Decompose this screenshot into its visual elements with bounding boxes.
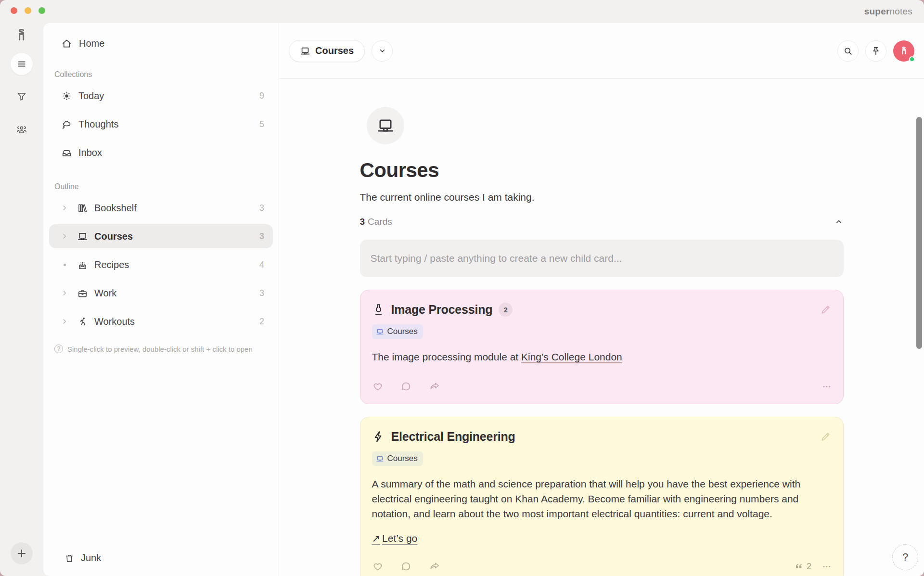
- work-count: 3: [259, 288, 264, 298]
- sidebar-item-thoughts[interactable]: Thoughts 5: [49, 112, 273, 136]
- tag-chip-courses[interactable]: Courses: [372, 324, 423, 339]
- workouts-label: Workouts: [94, 316, 135, 327]
- titlebar: supernotes: [0, 0, 924, 23]
- cards-count: 3: [360, 217, 365, 227]
- collapse-section-button[interactable]: [834, 217, 844, 227]
- plus-icon: [16, 548, 27, 559]
- today-count: 9: [259, 91, 264, 101]
- share-button[interactable]: [429, 381, 440, 392]
- rail-filter-button[interactable]: [11, 86, 33, 108]
- card-image-processing[interactable]: Image Processing 2 Courses The image pro…: [360, 290, 844, 404]
- recipes-count: 4: [259, 260, 264, 270]
- quotes-icon: [794, 562, 804, 572]
- edit-pencil-icon[interactable]: [820, 304, 832, 316]
- courses-count: 3: [259, 231, 264, 242]
- briefcase-icon: [77, 288, 88, 299]
- chevron-right-icon[interactable]: [61, 289, 68, 297]
- search-button[interactable]: [837, 40, 859, 62]
- more-options-button[interactable]: •••: [823, 563, 832, 569]
- thoughts-label: Thoughts: [78, 119, 118, 130]
- sidebar-item-recipes[interactable]: Recipes 4: [49, 253, 273, 277]
- hamburger-icon: [16, 58, 27, 70]
- page-description: The current online courses I am taking.: [360, 192, 844, 203]
- new-card-button[interactable]: [11, 542, 33, 564]
- app-window: supernotes Home Collections Today: [0, 0, 924, 576]
- backlinks-count-value: 2: [807, 562, 811, 572]
- window-controls: [11, 7, 45, 14]
- courses-label: Courses: [94, 231, 133, 242]
- pin-button[interactable]: [865, 40, 886, 62]
- cards-count-label: Cards: [368, 217, 392, 227]
- chevron-right-icon[interactable]: [61, 318, 68, 325]
- more-options-button[interactable]: •••: [823, 384, 832, 389]
- vertical-scrollbar[interactable]: [916, 117, 922, 349]
- laptop-icon: [376, 116, 395, 135]
- sidebar-item-today[interactable]: Today 9: [49, 84, 273, 108]
- card-children-badge[interactable]: 2: [499, 303, 513, 317]
- edit-pencil-icon[interactable]: [820, 431, 832, 443]
- lets-go-label: Let’s go: [382, 533, 417, 544]
- main-topbar: Courses: [279, 23, 924, 79]
- share-button[interactable]: [429, 561, 440, 572]
- inbox-label: Inbox: [78, 147, 102, 158]
- laptop-icon: [300, 46, 310, 56]
- microscope-icon: [372, 303, 385, 316]
- runner-icon: [77, 316, 88, 327]
- supernotes-logo-icon: [900, 46, 908, 56]
- close-window-button[interactable]: [11, 7, 17, 14]
- chevron-right-icon[interactable]: [61, 204, 68, 212]
- collections-section-title: Collections: [54, 70, 279, 79]
- tag-chip-courses[interactable]: Courses: [372, 451, 423, 466]
- outline-section-title: Outline: [54, 182, 279, 191]
- cards-count-row: 3 Cards: [360, 217, 844, 227]
- comment-button[interactable]: [400, 381, 412, 392]
- sidebar-item-junk[interactable]: Junk: [43, 552, 279, 576]
- new-child-card-input[interactable]: Start typing / paste anything to create …: [360, 240, 844, 277]
- like-button[interactable]: [372, 381, 384, 392]
- card-body-link[interactable]: King’s College London: [521, 351, 622, 362]
- sidebar-item-workouts[interactable]: Workouts 2: [49, 309, 273, 333]
- junk-label: Junk: [81, 552, 101, 563]
- external-arrow-icon: ↗: [372, 533, 381, 544]
- card-body: The image processing module at King’s Co…: [372, 349, 832, 364]
- search-icon: [843, 46, 853, 56]
- zoom-window-button[interactable]: [38, 7, 45, 14]
- sidebar-hint: ? Single-click to preview, double-click …: [54, 345, 279, 353]
- card-body-text: The image processing module at: [372, 351, 522, 362]
- help-button[interactable]: ?: [892, 544, 918, 570]
- collection-pill[interactable]: Courses: [289, 40, 365, 62]
- chevron-right-icon[interactable]: [61, 232, 68, 240]
- workouts-count: 2: [259, 317, 264, 327]
- card-electrical-engineering[interactable]: Electrical Engineering Courses A summary…: [360, 417, 844, 576]
- people-icon: [16, 124, 27, 135]
- comment-button[interactable]: [400, 561, 412, 572]
- lets-go-link[interactable]: ↗Let’s go: [372, 533, 418, 544]
- like-button[interactable]: [372, 561, 384, 572]
- thoughts-count: 5: [259, 119, 264, 129]
- supernotes-logo-icon: [15, 28, 28, 42]
- tag-chip-label: Courses: [387, 454, 418, 463]
- backlinks-count[interactable]: 2: [794, 562, 811, 572]
- sidebar-item-courses[interactable]: Courses 3: [49, 224, 273, 248]
- minimize-window-button[interactable]: [25, 7, 31, 14]
- laptop-icon: [77, 231, 88, 242]
- sidebar-item-work[interactable]: Work 3: [49, 281, 273, 305]
- card-link-row: ↗Let’s go: [372, 533, 832, 544]
- main-panel: Courses: [279, 23, 924, 576]
- today-label: Today: [78, 90, 104, 102]
- rail-menu-button[interactable]: [11, 53, 33, 75]
- collection-dropdown-button[interactable]: [372, 40, 393, 62]
- filter-icon: [16, 91, 27, 102]
- collection-icon-circle: [367, 107, 404, 144]
- card-title: Electrical Engineering: [391, 430, 515, 444]
- chevron-down-icon: [378, 47, 386, 55]
- brand-notes: notes: [890, 6, 912, 16]
- collection-pill-label: Courses: [315, 45, 354, 56]
- sidebar-item-bookshelf[interactable]: Bookshelf 3: [49, 196, 273, 220]
- sidebar-item-home[interactable]: Home: [49, 30, 273, 57]
- sidebar-item-inbox[interactable]: Inbox: [49, 141, 273, 165]
- user-avatar[interactable]: [893, 40, 914, 62]
- brand-super: super: [864, 6, 890, 16]
- rail-members-button[interactable]: [11, 118, 33, 141]
- bookshelf-count: 3: [259, 203, 264, 213]
